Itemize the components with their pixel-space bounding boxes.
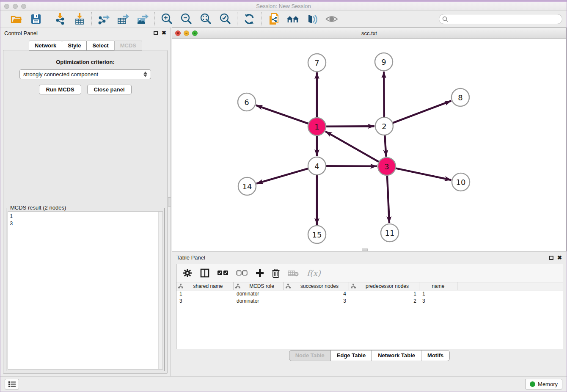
zoom-out-button[interactable] [180, 13, 193, 25]
graph-edge-1-2[interactable] [326, 126, 374, 127]
save-session-button[interactable] [30, 13, 42, 25]
tab-node-table[interactable]: Node Table [289, 350, 331, 361]
network-graph[interactable]: 7968124314101511 [172, 39, 566, 251]
network-canvas[interactable]: 7968124314101511 [172, 39, 566, 251]
panel-splitter-handle[interactable] [168, 197, 171, 207]
search-input[interactable] [450, 15, 559, 22]
close-panel-button[interactable]: Close panel [87, 85, 132, 94]
graph-node-6[interactable]: 6 [238, 93, 256, 111]
home-button[interactable] [286, 13, 299, 25]
graph-edge-2-8[interactable] [393, 101, 451, 123]
select-stepper-icon [143, 72, 147, 77]
zoom-in-button[interactable] [160, 13, 173, 25]
search-icon [442, 16, 448, 22]
run-mcds-button[interactable]: Run MCDS [39, 85, 81, 94]
network-close-button[interactable]: ✕ [175, 30, 181, 36]
graph-edge-3-11[interactable] [387, 175, 389, 223]
open-session-button[interactable] [10, 13, 23, 25]
apply-layout-button[interactable] [243, 13, 256, 25]
graph-edge-3-10[interactable] [396, 168, 451, 180]
graph-node-11[interactable]: 11 [381, 224, 399, 242]
tab-style[interactable]: Style [62, 41, 87, 51]
float-table-panel-icon[interactable] [549, 256, 553, 260]
column-header-successor-nodes[interactable]: successor nodes [284, 282, 349, 290]
tab-edge-table[interactable]: Edge Table [330, 350, 372, 361]
graph-node-10[interactable]: 10 [452, 173, 470, 191]
delete-table-button-disabled[interactable] [288, 270, 299, 277]
column-header-predecessor-nodes[interactable]: predecessor nodes [349, 282, 419, 290]
open-in-cybrowser-button[interactable] [267, 13, 280, 25]
export-table-button[interactable] [117, 13, 129, 25]
mcds-result-list[interactable]: 13 [8, 211, 163, 370]
canvas-splitter-handle[interactable] [362, 248, 368, 251]
unselect-all-columns-button[interactable] [237, 271, 248, 276]
network-window-titlebar[interactable]: ✕ – + scc.txt [172, 28, 566, 39]
close-panel-icon[interactable]: ✖ [162, 31, 166, 35]
graph-edge-2-3[interactable] [385, 135, 386, 157]
graph-node-14[interactable]: 14 [238, 177, 256, 195]
close-table-panel-icon[interactable]: ✖ [557, 256, 562, 260]
table-settings-button[interactable] [183, 268, 192, 278]
graph-edge-3-1[interactable] [325, 131, 379, 162]
graph-node-4[interactable]: 4 [308, 157, 326, 175]
graph-edge-1-6[interactable] [256, 105, 308, 124]
result-scrollbar[interactable] [158, 212, 162, 369]
tab-select[interactable]: Select [86, 41, 114, 51]
memory-button[interactable]: Memory [525, 379, 562, 389]
show-columns-button[interactable] [200, 268, 209, 278]
create-column-button[interactable] [256, 269, 264, 277]
mcds-panel: Optimization criterion: strongly connect… [3, 50, 168, 374]
svg-text:3: 3 [384, 162, 389, 171]
float-panel-icon[interactable] [154, 31, 158, 35]
zoom-selected-icon [219, 13, 231, 25]
network-maximize-button[interactable]: + [192, 30, 198, 36]
hide-glasses-button[interactable] [306, 13, 319, 25]
graph-node-15[interactable]: 15 [308, 226, 326, 243]
task-history-button[interactable] [5, 379, 19, 389]
close-window-button[interactable] [4, 4, 9, 9]
function-builder-button-disabled[interactable]: f(x) [307, 268, 321, 278]
column-header-mcds-role[interactable]: MCDS role [234, 282, 284, 290]
window-controls[interactable] [4, 4, 26, 9]
import-table-button[interactable] [73, 13, 86, 25]
tab-network-table[interactable]: Network Table [372, 350, 421, 361]
table-cell: 3 [284, 298, 349, 305]
network-minimize-button[interactable]: – [184, 30, 189, 36]
graph-node-8[interactable]: 8 [451, 88, 469, 106]
export-image-button[interactable] [136, 13, 149, 25]
table-row[interactable]: 1dominator411 [176, 290, 563, 298]
graph-node-1[interactable]: 1 [308, 118, 326, 135]
select-all-columns-button[interactable] [217, 271, 228, 276]
tab-mcds[interactable]: MCDS [114, 41, 142, 51]
graph-node-7[interactable]: 7 [308, 54, 326, 72]
zoom-window-button[interactable] [21, 4, 26, 9]
graph-edge-4-14[interactable] [256, 168, 308, 184]
graph-edge-2-9[interactable] [384, 72, 384, 117]
graph-node-3[interactable]: 3 [378, 157, 396, 175]
svg-text:7: 7 [314, 58, 319, 67]
graph-node-2[interactable]: 2 [375, 117, 393, 135]
criterion-select[interactable]: strongly connected component [19, 69, 151, 79]
svg-text:10: 10 [456, 178, 466, 187]
column-header-name[interactable]: name [419, 282, 457, 290]
export-network-button[interactable] [97, 13, 110, 25]
search-field[interactable] [439, 14, 562, 24]
delete-column-button[interactable] [272, 269, 280, 278]
svg-text:1: 1 [314, 122, 319, 131]
column-header-shared-name[interactable]: shared name [176, 282, 234, 290]
zoom-fit-button[interactable] [199, 13, 212, 25]
tab-network[interactable]: Network [29, 41, 62, 51]
svg-text:11: 11 [385, 229, 395, 237]
graph-node-9[interactable]: 9 [375, 53, 393, 71]
import-network-button[interactable] [54, 13, 66, 25]
table-row[interactable]: 3dominator323 [176, 298, 563, 305]
hide-panel-icon [306, 13, 319, 25]
minimize-window-button[interactable] [13, 4, 18, 9]
tab-motifs[interactable]: Motifs [421, 350, 450, 361]
graph-edge-4-3[interactable] [326, 166, 377, 166]
delete-table-icon [288, 270, 299, 277]
eye-icon [325, 14, 338, 24]
table-cell: dominator [234, 298, 284, 305]
show-eye-button[interactable] [325, 13, 338, 25]
zoom-selected-button[interactable] [219, 13, 231, 25]
